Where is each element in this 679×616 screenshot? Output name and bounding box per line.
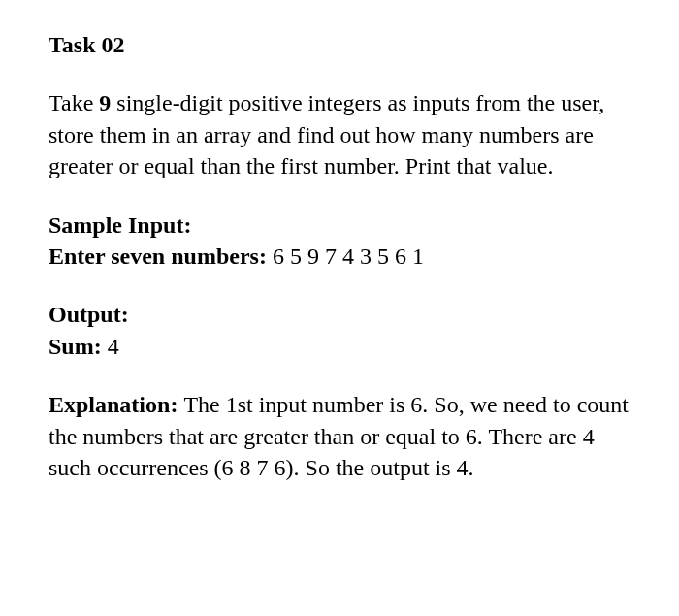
description-pre: Take bbox=[48, 90, 99, 115]
output-label: Sum: bbox=[48, 334, 108, 359]
output-heading: Output: bbox=[48, 299, 630, 330]
task-description: Take 9 single-digit positive integers as… bbox=[48, 87, 630, 181]
description-post: single-digit positive integers as inputs… bbox=[48, 90, 604, 178]
output-value: 4 bbox=[108, 334, 119, 359]
sample-input-heading: Sample Input: bbox=[48, 210, 630, 241]
output-line: Sum: 4 bbox=[48, 331, 630, 362]
sample-input-values: 6 5 9 7 4 3 5 6 1 bbox=[273, 243, 424, 269]
sample-input-block: Sample Input: Enter seven numbers: 6 5 9… bbox=[48, 210, 630, 273]
explanation-heading: Explanation: bbox=[48, 392, 183, 417]
task-title: Task 02 bbox=[48, 29, 630, 60]
description-bold-number: 9 bbox=[99, 90, 111, 115]
sample-input-line: Enter seven numbers: 6 5 9 7 4 3 5 6 1 bbox=[48, 241, 630, 272]
sample-input-prompt: Enter seven numbers: bbox=[48, 243, 273, 269]
explanation-block: Explanation: The 1st input number is 6. … bbox=[48, 389, 630, 483]
output-block: Output: Sum: 4 bbox=[48, 299, 630, 362]
